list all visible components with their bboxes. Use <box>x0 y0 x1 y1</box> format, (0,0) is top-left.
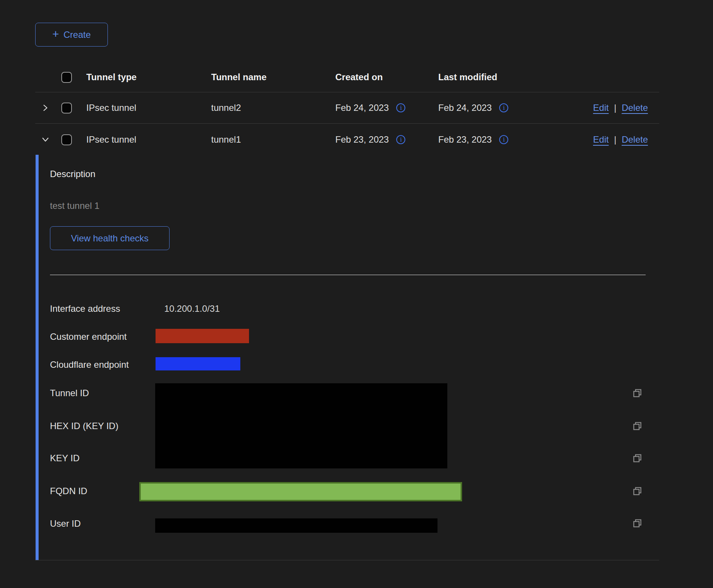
info-icon[interactable]: i <box>396 103 405 112</box>
chevron-right-icon[interactable] <box>41 103 50 112</box>
description-value: test tunnel 1 <box>50 200 100 212</box>
edit-link[interactable]: Edit <box>593 134 609 145</box>
column-header-tunnel-name: Tunnel name <box>209 72 333 82</box>
create-button-label: Create <box>64 30 91 40</box>
table-row: IPsec tunnel tunnel2 Feb 24, 2023 i Feb … <box>35 92 659 124</box>
table-row: IPsec tunnel tunnel1 Feb 23, 2023 i Feb … <box>35 124 659 156</box>
interface-address-value: 10.200.1.0/31 <box>164 303 220 314</box>
tunnel-name-cell: tunnel1 <box>209 134 333 145</box>
row-checkbox[interactable] <box>61 103 72 114</box>
cloudflare-endpoint-redacted-value <box>156 357 240 370</box>
chevron-down-icon[interactable] <box>41 135 50 144</box>
select-all-checkbox[interactable] <box>61 72 72 83</box>
created-on-cell: Feb 23, 2023 <box>335 134 389 145</box>
tunnels-table: Tunnel type Tunnel name Created on Last … <box>35 62 659 156</box>
fqdn-id-redacted-value <box>139 482 462 501</box>
copy-user-id-icon[interactable] <box>632 518 643 529</box>
column-header-created-on: Created on <box>333 72 436 82</box>
link-separator: | <box>614 103 616 113</box>
hex-id-label: HEX ID (KEY ID) <box>50 420 118 432</box>
row-checkbox[interactable] <box>61 134 72 145</box>
copy-tunnel-id-icon[interactable] <box>632 388 643 398</box>
user-id-label: User ID <box>50 518 81 529</box>
create-button[interactable]: + Create <box>35 23 108 47</box>
tunnel-name-cell: tunnel2 <box>209 103 333 113</box>
expanded-row-indicator <box>36 155 39 560</box>
tunnel-type-cell: IPsec tunnel <box>84 134 209 145</box>
view-health-checks-button[interactable]: View health checks <box>50 226 170 250</box>
delete-link[interactable]: Delete <box>622 134 648 145</box>
column-header-last-modified: Last modified <box>436 72 579 82</box>
cloudflare-endpoint-label: Cloudflare endpoint <box>50 359 129 370</box>
last-modified-cell: Feb 24, 2023 <box>438 103 492 113</box>
column-header-tunnel-type: Tunnel type <box>84 72 209 82</box>
ids-redacted-value <box>155 383 447 468</box>
tunnel-details-panel: Description test tunnel 1 View health ch… <box>35 155 659 560</box>
tunnels-page: + Create Tunnel type Tunnel name Created… <box>0 0 713 588</box>
table-header-row: Tunnel type Tunnel name Created on Last … <box>35 62 659 92</box>
tunnel-type-cell: IPsec tunnel <box>84 103 209 113</box>
link-separator: | <box>614 134 616 145</box>
tunnel-id-label: Tunnel ID <box>50 387 89 399</box>
copy-hex-id-icon[interactable] <box>632 421 643 431</box>
plus-icon: + <box>52 28 59 40</box>
copy-fqdn-id-icon[interactable] <box>632 486 643 496</box>
copy-key-id-icon[interactable] <box>632 453 643 464</box>
created-on-cell: Feb 24, 2023 <box>335 103 389 113</box>
interface-address-label: Interface address <box>50 303 120 314</box>
fqdn-id-label: FQDN ID <box>50 485 87 497</box>
customer-endpoint-label: Customer endpoint <box>50 331 127 342</box>
info-icon[interactable]: i <box>499 103 508 112</box>
description-label: Description <box>50 168 95 180</box>
info-icon[interactable]: i <box>499 135 508 144</box>
section-divider <box>50 275 646 275</box>
last-modified-cell: Feb 23, 2023 <box>438 134 492 145</box>
key-id-label: KEY ID <box>50 453 79 464</box>
delete-link[interactable]: Delete <box>622 103 648 113</box>
customer-endpoint-redacted-value <box>156 329 249 343</box>
edit-link[interactable]: Edit <box>593 103 609 113</box>
user-id-redacted-value <box>155 518 437 533</box>
info-icon[interactable]: i <box>396 135 405 144</box>
